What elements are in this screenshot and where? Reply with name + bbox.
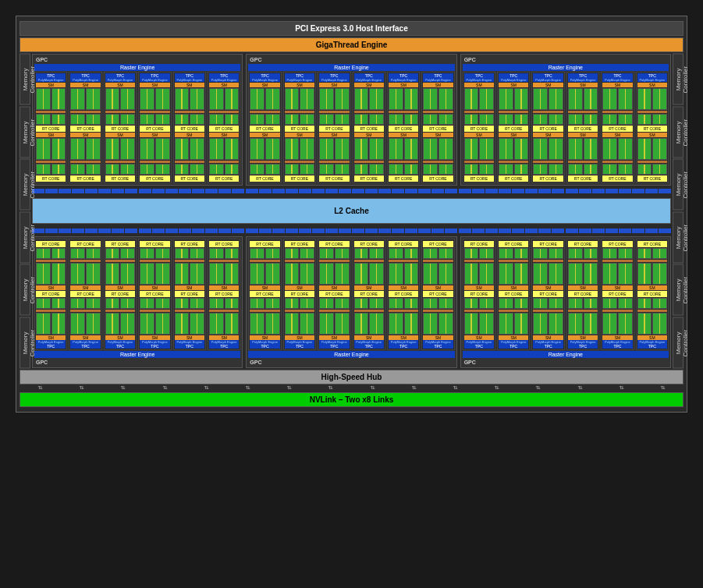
raster-engine: Raster Engine (248, 351, 454, 358)
rop-unit (365, 228, 378, 233)
sm-label: SM (499, 285, 528, 290)
rop-unit (592, 228, 605, 233)
core-column (618, 248, 633, 259)
cuda-cores (637, 298, 667, 309)
main-body: Memory ControllerMemory ControllerMemory… (20, 54, 683, 368)
polymorph-engine: PolyMorph Engine (105, 78, 135, 82)
rt-core: RT CORE (250, 175, 279, 182)
sm-label: SM (285, 83, 314, 87)
rop-unit (459, 189, 471, 193)
core-column (285, 248, 300, 259)
shared-mem-strip (175, 310, 204, 312)
rt-core: RT CORE (389, 241, 418, 247)
core-column (479, 298, 494, 309)
tpc: RT CORESMRT CORESMPolyMorph EngineTPC (34, 239, 67, 350)
rop-group (32, 228, 137, 233)
shared-mem-strip (499, 310, 528, 312)
rt-core: RT CORE (140, 126, 169, 132)
cuda-cores (602, 313, 632, 335)
memory-controller: Memory Controller (20, 159, 30, 211)
tpc-label: TPC (140, 344, 169, 349)
core-column (499, 248, 513, 259)
tpc: RT CORESMRT CORESMPolyMorph EngineTPC (531, 239, 564, 350)
core-column (175, 248, 190, 259)
memory-controller: Memory Controller (20, 54, 30, 105)
rt-core: RT CORE (499, 126, 528, 132)
core-column (404, 248, 419, 259)
core-column (120, 313, 135, 335)
core-column (120, 263, 135, 285)
core-column (51, 248, 66, 259)
core-column (335, 164, 350, 175)
updown-arrow-icon: ⇅ (120, 387, 126, 390)
cuda-cores (389, 263, 418, 285)
shared-mem-strip (36, 161, 66, 163)
core-column (514, 263, 529, 285)
rop-group (139, 189, 244, 193)
rop-group (566, 189, 671, 193)
shared-mem-strip (319, 111, 349, 113)
shared-mem-strip (637, 161, 667, 163)
rt-core: RT CORE (319, 126, 349, 132)
cuda-cores (533, 114, 563, 125)
tpc: RT CORESMRT CORESMPolyMorph EngineTPC (104, 239, 137, 350)
core-column (533, 313, 548, 335)
rt-core: RT CORE (209, 291, 239, 297)
shared-mem-strip (250, 260, 279, 262)
updown-arrow-icon: ⇅ (162, 387, 168, 390)
tpc-label: TPC (354, 344, 384, 349)
rop-group (459, 228, 564, 233)
polymorph-engine: PolyMorph Engine (389, 78, 418, 82)
cuda-cores (175, 263, 204, 285)
core-column (86, 298, 101, 309)
core-column (652, 313, 667, 335)
sm-label: SM (140, 83, 169, 87)
core-column (464, 138, 479, 160)
sm-label: SM (319, 285, 349, 290)
rop-unit (645, 228, 658, 233)
cuda-cores (568, 88, 598, 110)
cuda-cores (285, 248, 314, 259)
shared-mem-strip (568, 161, 598, 163)
cuda-cores (389, 248, 418, 259)
cuda-cores (70, 263, 100, 285)
cuda-cores (533, 248, 563, 259)
shared-mem-strip (602, 310, 632, 312)
sm-label: SM (637, 133, 667, 137)
tpc-label: TPC (105, 344, 135, 349)
rop-group (566, 228, 671, 233)
tpc: RT CORESMRT CORESMPolyMorph EngineTPC (387, 239, 420, 350)
rt-core: RT CORE (354, 291, 384, 297)
core-column (225, 298, 240, 309)
pci-interface: PCI Express 3.0 Host Interface (20, 21, 683, 36)
core-column (319, 164, 334, 175)
core-column (209, 263, 224, 285)
cuda-cores (36, 88, 66, 110)
rt-core: RT CORE (568, 241, 598, 247)
rt-core: RT CORE (568, 175, 598, 182)
core-column (568, 298, 583, 309)
sm-label: SM (140, 285, 169, 290)
core-column (36, 313, 51, 335)
rop-group (352, 228, 457, 233)
cuda-cores (389, 88, 418, 110)
core-column (225, 248, 240, 259)
polymorph-engine: PolyMorph Engine (637, 78, 667, 82)
cuda-cores (105, 114, 135, 125)
core-column (265, 88, 280, 110)
cuda-cores (140, 114, 169, 125)
rt-core: RT CORE (423, 126, 453, 132)
sm-label: SM (209, 133, 239, 137)
core-column (335, 313, 350, 335)
rop-unit (445, 228, 457, 233)
rt-core: RT CORE (354, 175, 384, 182)
rop-unit (98, 228, 111, 233)
shared-mem-strip (568, 111, 598, 113)
core-column (250, 164, 265, 175)
cuda-cores (499, 88, 528, 110)
rt-core: RT CORE (285, 241, 314, 247)
core-column (190, 248, 204, 259)
core-column (423, 114, 438, 125)
tpc-label: TPC (568, 344, 598, 349)
cuda-cores (602, 298, 632, 309)
